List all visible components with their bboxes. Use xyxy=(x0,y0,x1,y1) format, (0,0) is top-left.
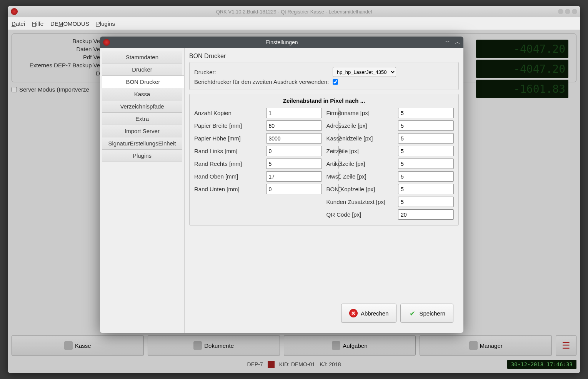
field-label: QR Code [px] xyxy=(326,211,398,218)
tab-list: Stammdaten Drucker BON Drucker Kassa Ver… xyxy=(100,48,185,333)
field-label: Rand Unten [mm] xyxy=(194,186,266,192)
spinbox-left-2[interactable]: ▲▼ xyxy=(266,133,322,144)
report-printer-checkbox[interactable] xyxy=(333,79,338,85)
spinbox-right-4[interactable]: ▲▼ xyxy=(398,159,454,169)
spinbox-left-5[interactable]: ▲▼ xyxy=(266,171,322,182)
field-row-right-2: Kassenidzeile [px]▲▼ xyxy=(326,133,454,144)
left-column: Anzahl Kopien▲▼Papier Breite [mm]▲▼Papie… xyxy=(194,108,322,222)
field-label: Firmenname [px] xyxy=(326,110,398,116)
spinbox-input[interactable] xyxy=(398,146,463,156)
dialog-maximize-icon[interactable]: ︿ xyxy=(455,39,460,46)
field-label: Adresszeile [px] xyxy=(326,122,398,129)
spinbox-left-0[interactable]: ▲▼ xyxy=(266,108,322,118)
tab-drucker[interactable]: Drucker xyxy=(102,63,182,76)
window-title: QRK V1.10.2.Build-181229 - Qt Registrier… xyxy=(216,9,372,15)
cancel-icon: ✕ xyxy=(349,309,358,317)
field-row-left-3: Rand Links [mm]▲▼ xyxy=(194,146,322,156)
spinbox-right-2[interactable]: ▲▼ xyxy=(398,133,454,144)
printer-select[interactable]: hp_hp_LaserJet_4350 xyxy=(333,67,396,77)
spinbox-right-0[interactable]: ▲▼ xyxy=(398,108,454,118)
tab-import-server[interactable]: Import Server xyxy=(102,125,182,137)
field-label: Anzahl Kopien xyxy=(194,110,266,116)
field-label: Artikelzeile [px] xyxy=(326,160,398,167)
field-label: Mwst. Zeile [px] xyxy=(326,173,398,180)
dialog-buttons: ✕ Abbrechen ✔ Speichern xyxy=(189,300,459,328)
field-row-right-6: BON Kopfzeile [px]▲▼ xyxy=(326,184,454,194)
menubar: Datei Hilfe DEMOMODUS Plugins xyxy=(8,17,580,30)
menu-datei[interactable]: Datei xyxy=(12,20,25,27)
field-row-left-6: Rand Unten [mm]▲▼ xyxy=(194,184,322,194)
spinbox-right-8[interactable]: ▲▼ xyxy=(398,209,454,220)
spinbox-left-6[interactable]: ▲▼ xyxy=(266,184,322,194)
checkmark-icon: ✔ xyxy=(408,309,416,317)
tab-stammdaten[interactable]: Stammdaten xyxy=(102,51,182,63)
spinbox-input[interactable] xyxy=(398,108,463,118)
tab-verzeichnispfade[interactable]: Verzeichnispfade xyxy=(102,100,182,113)
field-row-right-3: Zeitzeile [px]▲▼ xyxy=(326,146,454,156)
tab-bon-drucker[interactable]: BON Drucker xyxy=(102,75,184,88)
field-label: Rand Rechts [mm] xyxy=(194,160,266,167)
tab-extra[interactable]: Extra xyxy=(102,112,182,125)
dialog-minimize-icon[interactable]: ﹀ xyxy=(445,39,450,46)
dialog-body: Stammdaten Drucker BON Drucker Kassa Ver… xyxy=(100,48,463,333)
menu-demomodus[interactable]: DEMOMODUS xyxy=(50,20,89,27)
field-row-right-5: Mwst. Zeile [px]▲▼ xyxy=(326,171,454,182)
menu-hilfe[interactable]: Hilfe xyxy=(32,20,43,27)
field-label: Rand Links [mm] xyxy=(194,148,266,154)
field-row-right-7: Kunden Zusatztext [px]▲▼ xyxy=(326,197,454,207)
field-row-left-5: Rand Oben [mm]▲▼ xyxy=(194,171,322,182)
spacing-group: Zeilenabstand in Pixel nach ... Anzahl K… xyxy=(189,94,459,225)
spinbox-left-1[interactable]: ▲▼ xyxy=(266,120,322,131)
field-label: Kassenidzeile [px] xyxy=(326,135,398,142)
spinbox-input[interactable] xyxy=(398,197,463,207)
tab-kassa[interactable]: Kassa xyxy=(102,88,182,100)
field-label: BON Kopfzeile [px] xyxy=(326,186,398,192)
spinbox-right-5[interactable]: ▲▼ xyxy=(398,171,454,182)
save-button[interactable]: ✔ Speichern xyxy=(400,304,453,323)
dialog-title: Einstellungen xyxy=(265,39,298,45)
spinbox-input[interactable] xyxy=(398,159,463,169)
field-row-left-2: Papier Höhe [mm]▲▼ xyxy=(194,133,322,144)
spinbox-input[interactable] xyxy=(398,210,463,219)
cancel-button[interactable]: ✕ Abbrechen xyxy=(341,304,397,323)
dialog-titlebar: Einstellungen ﹀ ︿ xyxy=(100,37,463,48)
field-label: Papier Breite [mm] xyxy=(194,122,266,129)
spinbox-input[interactable] xyxy=(398,134,463,143)
field-label: Papier Höhe [mm] xyxy=(194,135,266,142)
right-column: Firmenname [px]▲▼Adresszeile [px]▲▼Kasse… xyxy=(326,108,454,222)
window-controls xyxy=(558,9,577,14)
columns-heading: Zeilenabstand in Pixel nach ... xyxy=(194,97,454,104)
spinbox-input[interactable] xyxy=(398,184,463,194)
field-row-right-1: Adresszeile [px]▲▼ xyxy=(326,120,454,131)
field-row-left-1: Papier Breite [mm]▲▼ xyxy=(194,120,322,131)
field-row-right-4: Artikelzeile [px]▲▼ xyxy=(326,159,454,169)
field-label: Kunden Zusatztext [px] xyxy=(326,199,398,205)
close-icon[interactable] xyxy=(572,9,577,14)
spinbox-right-1[interactable]: ▲▼ xyxy=(398,120,454,131)
field-row-left-4: Rand Rechts [mm]▲▼ xyxy=(194,159,322,169)
minimize-icon[interactable] xyxy=(558,9,563,14)
spinbox-input[interactable] xyxy=(398,121,463,130)
section-title: BON Drucker xyxy=(189,53,459,60)
maximize-icon[interactable] xyxy=(565,9,570,14)
field-label: Rand Oben [mm] xyxy=(194,173,266,180)
spinbox-left-3[interactable]: ▲▼ xyxy=(266,146,322,156)
spinbox-right-3[interactable]: ▲▼ xyxy=(398,146,454,156)
menu-plugins[interactable]: Plugins xyxy=(96,20,115,27)
tab-signatur[interactable]: SignaturErstellungsEinheit xyxy=(102,137,182,150)
titlebar: QRK V1.10.2.Build-181229 - Qt Registrier… xyxy=(8,6,580,17)
field-row-left-0: Anzahl Kopien▲▼ xyxy=(194,108,322,118)
spinbox-right-7[interactable]: ▲▼ xyxy=(398,197,454,207)
spinbox-input[interactable] xyxy=(398,172,463,181)
tab-content: BON Drucker Drucker: hp_hp_LaserJet_4350… xyxy=(185,48,463,333)
report-printer-label: Berichtdrucker für den zweiten Ausdruck … xyxy=(194,78,333,85)
tab-plugins[interactable]: Plugins xyxy=(102,149,182,162)
printer-label: Drucker: xyxy=(194,69,333,75)
spinbox-right-6[interactable]: ▲▼ xyxy=(398,184,454,194)
field-label: Zeitzeile [px] xyxy=(326,148,398,154)
spinbox-left-4[interactable]: ▲▼ xyxy=(266,159,322,169)
settings-dialog: Einstellungen ﹀ ︿ Stammdaten Drucker BON… xyxy=(100,37,463,333)
printer-group: Drucker: hp_hp_LaserJet_4350 Berichtdruc… xyxy=(189,62,459,90)
field-row-right-8: QR Code [px]▲▼ xyxy=(326,209,454,220)
app-icon xyxy=(11,8,18,15)
